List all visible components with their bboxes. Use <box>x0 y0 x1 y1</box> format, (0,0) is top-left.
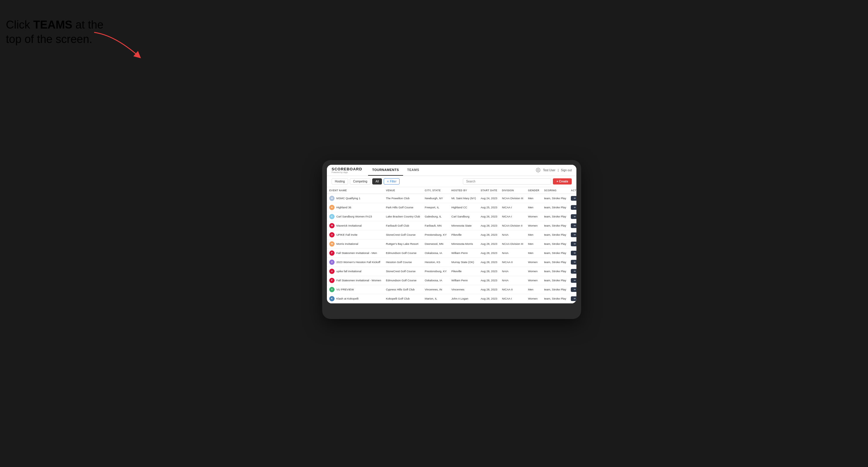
cell-actions: ✏ Edit <box>568 267 577 276</box>
table-row: K Klash at Kokopelli Kokopelli Golf Club… <box>327 294 577 303</box>
competing-button[interactable]: Competing <box>350 178 370 185</box>
cell-division: NICAA II <box>500 285 526 294</box>
tablet-screen: SCOREBOARD Powered by clippi TOURNAMENTS… <box>327 165 577 303</box>
sign-out-link[interactable]: Sign out <box>561 168 572 172</box>
hosting-button[interactable]: Hosting <box>332 178 348 185</box>
team-icon: 2 <box>329 259 335 265</box>
cell-gender: Men <box>526 248 542 257</box>
cell-scoring: team, Stroke Play <box>542 203 568 212</box>
cell-division: NICAA I <box>500 294 526 303</box>
cell-event-name: F Fall Statesmen Invitational - Men <box>327 248 383 257</box>
cell-event-name: F Fall Statesmen Invitational - Women <box>327 276 383 285</box>
table-row: V VU PREVIEW Cypress Hills Golf Club Vin… <box>327 285 577 294</box>
toolbar: Hosting Competing All ≡ Filter + Create <box>327 176 577 187</box>
cell-scoring: team, Stroke Play <box>542 194 568 203</box>
filter-label: Filter <box>390 180 396 183</box>
cell-scoring: team, Stroke Play <box>542 267 568 276</box>
cell-actions: ✏ Edit <box>568 257 577 267</box>
table-row: M MSMC Qualifying 1 The Powelton Club Ne… <box>327 194 577 203</box>
cell-event-name: U UPIKE Fall Invite <box>327 230 383 239</box>
cell-city: Marion, IL <box>423 294 449 303</box>
cell-venue: The Powelton Club <box>383 194 422 203</box>
cell-hosted-by: Minnesota State <box>449 221 478 230</box>
cell-actions: ✏ Edit <box>568 212 577 221</box>
edit-button[interactable]: ✏ Edit <box>571 251 577 255</box>
cell-gender: Men <box>526 194 542 203</box>
cell-scoring: team, Stroke Play <box>542 212 568 221</box>
cell-hosted-by: Vincennes <box>449 285 478 294</box>
cell-hosted-by: Highland CC <box>449 203 478 212</box>
table-row: C Carl Sandburg Women FA23 Lake Bracken … <box>327 212 577 221</box>
event-name-text: Klash at Kokopelli <box>336 297 359 300</box>
cell-city: Newburgh, NY <box>423 194 449 203</box>
table-row: u upike fall invitational StoneCrest Gol… <box>327 267 577 276</box>
edit-button[interactable]: ✏ Edit <box>571 223 577 228</box>
cell-gender: Men <box>526 239 542 248</box>
cell-gender: Women <box>526 257 542 267</box>
cell-division: NCAA Division III <box>500 194 526 203</box>
team-icon: U <box>329 232 335 238</box>
edit-button[interactable]: ✏ Edit <box>571 196 577 201</box>
cell-division: NCAA Division II <box>500 221 526 230</box>
cell-city: Oskaloosa, IA <box>423 248 449 257</box>
cell-scoring: team, Stroke Play <box>542 248 568 257</box>
create-button[interactable]: + Create <box>553 178 572 185</box>
cell-hosted-by: Carl Sandburg <box>449 212 478 221</box>
cell-gender: Women <box>526 267 542 276</box>
annotation-bold: TEAMS <box>33 19 72 31</box>
team-icon: K <box>329 296 335 301</box>
cell-start-date: Aug 28, 2023 <box>478 221 500 230</box>
annotation-text: Click TEAMS at the top of the screen. <box>6 18 103 47</box>
team-icon: M <box>329 196 335 201</box>
settings-icon[interactable] <box>536 168 540 173</box>
event-name-text: Highland 36 <box>336 206 351 209</box>
edit-button[interactable]: ✏ Edit <box>571 232 577 237</box>
cell-gender: Men <box>526 203 542 212</box>
cell-venue: Edmundson Golf Course <box>383 276 422 285</box>
app-logo: SCOREBOARD <box>332 167 362 171</box>
cell-event-name: C Carl Sandburg Women FA23 <box>327 212 383 221</box>
table-row: U UPIKE Fall Invite StoneCrest Golf Cour… <box>327 230 577 239</box>
cell-scoring: team, Stroke Play <box>542 230 568 239</box>
cell-gender: Men <box>526 285 542 294</box>
cell-actions: ✏ Edit <box>568 194 577 203</box>
col-gender: GENDER <box>526 187 542 194</box>
cell-start-date: Aug 28, 2023 <box>478 257 500 267</box>
edit-button[interactable]: ✏ Edit <box>571 287 577 292</box>
nav-tab-tournaments[interactable]: TOURNAMENTS <box>368 165 403 176</box>
col-event-name: EVENT NAME <box>327 187 383 194</box>
edit-button[interactable]: ✏ Edit <box>571 242 577 246</box>
cell-scoring: team, Stroke Play <box>542 257 568 267</box>
search-input[interactable] <box>463 178 551 185</box>
col-scoring: SCORING <box>542 187 568 194</box>
cell-actions: ✏ Edit <box>568 239 577 248</box>
cell-scoring: team, Stroke Play <box>542 285 568 294</box>
cell-city: Vincennes, IN <box>423 285 449 294</box>
user-name: Test User <box>543 168 555 172</box>
table-row: F Fall Statesmen Invitational - Women Ed… <box>327 276 577 285</box>
cell-division: NAIA <box>500 230 526 239</box>
cell-actions: ✏ Edit <box>568 294 577 303</box>
all-button[interactable]: All <box>372 178 382 185</box>
cell-start-date: Aug 28, 2023 <box>478 239 500 248</box>
cell-city: Galesburg, IL <box>423 212 449 221</box>
edit-button[interactable]: ✏ Edit <box>571 214 577 219</box>
table-row: F Fall Statesmen Invitational - Men Edmu… <box>327 248 577 257</box>
edit-button[interactable]: ✏ Edit <box>571 278 577 283</box>
edit-button[interactable]: ✏ Edit <box>571 260 577 264</box>
event-name-text: Fall Statesmen Invitational - Women <box>336 279 381 282</box>
cell-event-name: M Maverick Invitational <box>327 221 383 230</box>
filter-button[interactable]: ≡ Filter <box>384 178 400 185</box>
cell-actions: ✏ Edit <box>568 276 577 285</box>
table-body: M MSMC Qualifying 1 The Powelton Club Ne… <box>327 194 577 303</box>
cell-venue: Hesston Golf Course <box>383 257 422 267</box>
cell-event-name: u upike fall invitational <box>327 267 383 276</box>
cell-event-name: 2 2023 Women's Hesston Fall Kickoff <box>327 257 383 267</box>
nav-tab-teams[interactable]: TEAMS <box>403 165 424 176</box>
table-header: EVENT NAME VENUE CITY, STATE HOSTED BY S… <box>327 187 577 194</box>
cell-venue: Lake Bracken Country Club <box>383 212 422 221</box>
edit-button[interactable]: ✏ Edit <box>571 296 577 301</box>
edit-button[interactable]: ✏ Edit <box>571 269 577 274</box>
edit-button[interactable]: ✏ Edit <box>571 205 577 210</box>
table-row: H Highland 36 Park Hills Golf Course Fre… <box>327 203 577 212</box>
